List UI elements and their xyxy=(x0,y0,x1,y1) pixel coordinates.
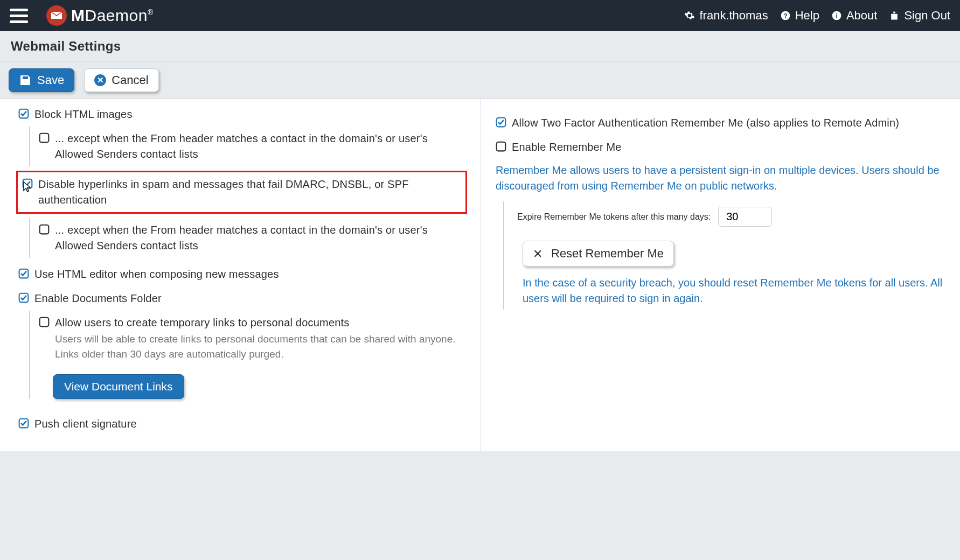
opt-use-html-editor[interactable]: Use HTML editor when composing new messa… xyxy=(16,262,467,286)
expire-days-input[interactable] xyxy=(718,207,772,227)
remember-me-info: Remember Me allows users to have a persi… xyxy=(493,159,947,201)
opt-except-from-contacts-1[interactable]: ... except when the From header matches … xyxy=(37,127,467,166)
reset-info: In the case of a security breach, you sh… xyxy=(515,272,947,310)
logo-text: MDaemon® xyxy=(71,6,154,25)
help-link[interactable]: ? Help xyxy=(780,9,819,23)
save-button[interactable]: Save xyxy=(9,68,74,92)
toolbar: Save ✕ Cancel xyxy=(0,62,960,99)
svg-rect-7 xyxy=(40,225,49,234)
svg-text:?: ? xyxy=(783,12,787,19)
svg-text:i: i xyxy=(836,12,837,19)
checkbox-unchecked-icon xyxy=(39,132,50,145)
svg-rect-10 xyxy=(40,318,49,327)
opt-enable-remember-me[interactable]: Enable Remember Me xyxy=(493,135,947,159)
topbar: MDaemon® frank.thomas ? Help i About Sig… xyxy=(0,0,960,31)
svg-rect-13 xyxy=(497,142,506,151)
signout-link[interactable]: Sign Out xyxy=(889,9,950,23)
logo[interactable]: MDaemon® xyxy=(46,5,154,26)
about-link[interactable]: i About xyxy=(831,9,878,23)
opt-enable-documents-folder[interactable]: Enable Documents Folder xyxy=(16,286,467,311)
help-icon: ? xyxy=(780,10,791,21)
reset-icon: ✕ xyxy=(533,247,546,260)
left-column: Block HTML images ... except when the Fr… xyxy=(0,99,480,451)
expire-days-label: Expire Remember Me tokens after this man… xyxy=(517,212,711,222)
checkbox-checked-icon xyxy=(22,178,33,191)
checkbox-checked-icon xyxy=(18,292,29,305)
view-document-links-button[interactable]: View Document Links xyxy=(53,374,184,399)
user-name: frank.thomas xyxy=(699,9,768,23)
expire-days-row: Expire Remember Me tokens after this man… xyxy=(515,201,947,232)
opt-disable-hyperlinks[interactable]: Disable hyperlinks in spam and messages … xyxy=(21,176,462,209)
page-title: Webmail Settings xyxy=(0,31,960,62)
highlighted-setting: Disable hyperlinks in spam and messages … xyxy=(16,171,467,214)
opt-allow-temp-links-desc: Users will be able to create links to pe… xyxy=(55,332,465,361)
remember-me-block: Expire Remember Me tokens after this man… xyxy=(503,201,947,310)
menu-icon[interactable] xyxy=(10,5,31,26)
checkbox-unchecked-icon xyxy=(39,317,50,330)
cancel-button[interactable]: ✕ Cancel xyxy=(84,68,158,92)
user-menu[interactable]: frank.thomas xyxy=(684,9,768,23)
checkbox-unchecked-icon xyxy=(496,141,506,154)
opt-push-client-signature[interactable]: Push client signature xyxy=(16,412,467,436)
opt-allow-temp-links[interactable]: Allow users to create temporary links to… xyxy=(37,311,467,366)
reset-remember-me-button[interactable]: ✕ Reset Remember Me xyxy=(523,241,674,267)
checkbox-checked-icon xyxy=(18,268,29,281)
signout-icon xyxy=(889,10,900,21)
opt-allow-2fa-remember[interactable]: Allow Two Factor Authentication Remember… xyxy=(493,111,947,135)
info-icon: i xyxy=(831,10,842,21)
checkbox-checked-icon xyxy=(496,117,506,130)
opt-block-html-images[interactable]: Block HTML images xyxy=(16,102,467,127)
svg-rect-5 xyxy=(40,134,49,143)
opt-except-from-contacts-2[interactable]: ... except when the From header matches … xyxy=(37,218,467,258)
logo-icon xyxy=(46,5,67,26)
gear-icon xyxy=(684,10,695,21)
right-column: Allow Two Factor Authentication Remember… xyxy=(480,99,960,451)
checkbox-checked-icon xyxy=(18,418,29,431)
checkbox-checked-icon xyxy=(18,108,29,121)
save-icon xyxy=(19,74,32,87)
cancel-icon: ✕ xyxy=(94,74,106,86)
checkbox-unchecked-icon xyxy=(39,224,50,237)
